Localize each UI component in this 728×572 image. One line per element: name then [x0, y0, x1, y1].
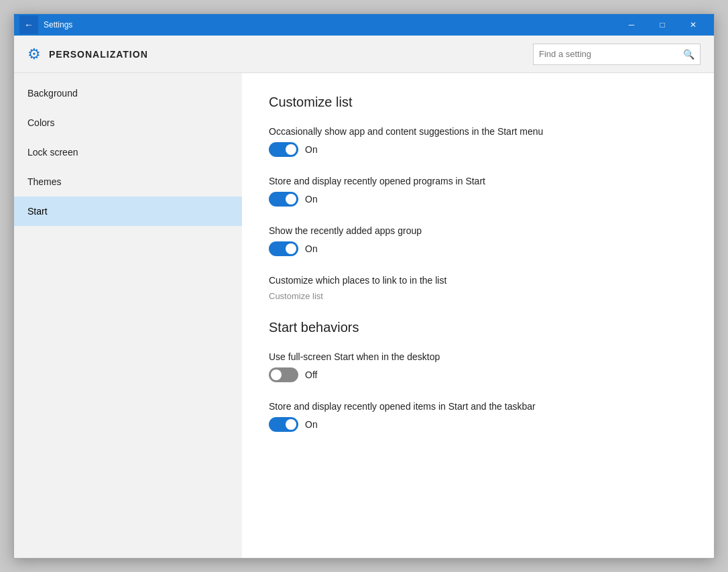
- customize-places-label: Customize which places to link to in the…: [269, 275, 687, 286]
- toggle-recently-added[interactable]: [269, 241, 298, 256]
- toggle-recent-items-text: On: [305, 419, 318, 430]
- toggle-recent-programs-knob: [286, 194, 296, 205]
- sidebar-item-themes[interactable]: Themes: [14, 167, 242, 196]
- sidebar-item-lock-screen[interactable]: Lock screen: [14, 137, 242, 167]
- customize-places-link[interactable]: Customize list: [269, 291, 687, 301]
- toggle-recently-added-knob: [286, 243, 296, 254]
- setting-recent-programs-label: Store and display recently opened progra…: [269, 176, 687, 186]
- settings-window: ← Settings ─ □ ✕ ⚙ PERSONALIZATION 🔍 Bac…: [13, 13, 715, 559]
- minimize-button[interactable]: ─: [616, 14, 647, 36]
- setting-recent-programs: Store and display recently opened progra…: [269, 176, 687, 207]
- toggle-row-full-screen: Off: [269, 367, 687, 382]
- setting-suggestions: Occasionally show app and content sugges…: [269, 126, 687, 157]
- back-icon: ←: [24, 19, 34, 30]
- toggle-recent-items[interactable]: [269, 417, 298, 432]
- window-controls: ─ □ ✕: [616, 14, 709, 36]
- customize-list-title: Customize list: [269, 95, 687, 110]
- main-content: Customize list Occasionally show app and…: [242, 73, 714, 558]
- toggle-full-screen[interactable]: [269, 367, 298, 382]
- toggle-row-suggestions: On: [269, 142, 687, 157]
- toggle-row-recently-added: On: [269, 241, 687, 256]
- toggle-suggestions-text: On: [305, 144, 318, 155]
- toggle-recent-programs[interactable]: [269, 192, 298, 207]
- search-input[interactable]: [539, 49, 683, 59]
- page-title: PERSONALIZATION: [49, 49, 148, 60]
- sidebar-item-background[interactable]: Background: [14, 78, 242, 108]
- setting-full-screen: Use full-screen Start when in the deskto…: [269, 351, 687, 382]
- toggle-row-recent-programs: On: [269, 192, 687, 207]
- start-behaviors-title: Start behaviors: [269, 320, 687, 335]
- personalization-icon: ⚙: [27, 46, 41, 63]
- setting-recent-items: Store and display recently opened items …: [269, 401, 687, 432]
- toggle-recent-programs-text: On: [305, 194, 318, 205]
- toggle-row-recent-items: On: [269, 417, 687, 432]
- setting-recently-added: Show the recently added apps group On: [269, 225, 687, 256]
- setting-full-screen-label: Use full-screen Start when in the deskto…: [269, 351, 687, 362]
- main-layout: Background Colors Lock screen Themes Sta…: [14, 73, 714, 558]
- app-header: ⚙ PERSONALIZATION 🔍: [14, 36, 714, 73]
- toggle-full-screen-text: Off: [305, 369, 317, 380]
- sidebar-item-start[interactable]: Start: [14, 196, 242, 226]
- sidebar: Background Colors Lock screen Themes Sta…: [14, 73, 242, 558]
- sidebar-item-colors[interactable]: Colors: [14, 108, 242, 137]
- toggle-suggestions-knob: [286, 144, 296, 155]
- toggle-recently-added-text: On: [305, 243, 318, 254]
- search-icon: 🔍: [683, 49, 694, 60]
- back-button[interactable]: ←: [19, 15, 38, 34]
- setting-recently-added-label: Show the recently added apps group: [269, 225, 687, 236]
- toggle-full-screen-knob: [271, 369, 282, 380]
- close-button[interactable]: ✕: [678, 14, 709, 36]
- setting-customize-places: Customize which places to link to in the…: [269, 275, 687, 301]
- maximize-button[interactable]: □: [647, 14, 678, 36]
- titlebar: ← Settings ─ □ ✕: [14, 14, 714, 36]
- toggle-suggestions[interactable]: [269, 142, 298, 157]
- setting-recent-items-label: Store and display recently opened items …: [269, 401, 687, 412]
- setting-suggestions-label: Occasionally show app and content sugges…: [269, 126, 687, 137]
- search-box[interactable]: 🔍: [533, 44, 701, 65]
- toggle-recent-items-knob: [286, 419, 296, 430]
- titlebar-title: Settings: [44, 20, 72, 30]
